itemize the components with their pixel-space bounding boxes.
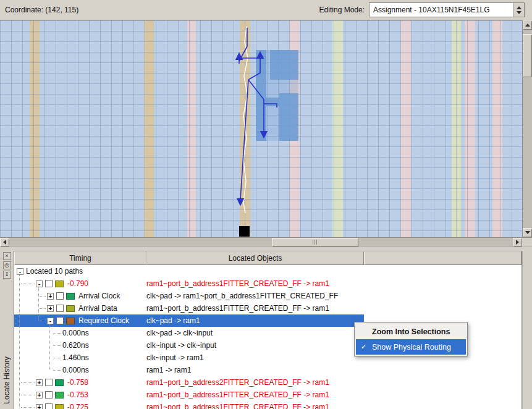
menu-item-label: Zoom Into Selections [372, 327, 450, 336]
table-row[interactable]: 1.460ns clk~input -> ram1 [14, 352, 364, 364]
expand-icon[interactable]: + [36, 392, 43, 398]
table-row[interactable]: 0.000ns ram1 -> ram1 [14, 364, 364, 376]
located-object: clk~input -> ram1 [146, 353, 204, 362]
color-swatch [66, 293, 75, 300]
tree-stub [40, 296, 46, 297]
color-swatch [66, 318, 75, 324]
horizontal-scroll-track[interactable] [9, 238, 513, 247]
menu-item-show-physical-routing[interactable]: ✓ Show Physical Routing [356, 339, 466, 355]
menu-item-label: Show Physical Routing [372, 343, 451, 352]
color-swatch [55, 379, 64, 386]
scroll-right-button[interactable] [513, 238, 522, 247]
tree-root-label: Located 10 paths [26, 267, 83, 276]
scroll-down-icon [525, 231, 530, 234]
timing-value: 0.620ns [62, 341, 89, 350]
check-icon: ✓ [361, 343, 366, 351]
selected-region-highlight [256, 50, 298, 141]
editing-mode-value: Assignment - 10AX115N1F45E1LG [369, 6, 513, 14]
collapse-icon[interactable]: - [36, 280, 43, 287]
tree-stub [21, 284, 35, 284]
tree-root-row[interactable]: - Located 10 paths [14, 265, 364, 277]
timing-value: -0.790 [67, 279, 88, 288]
float-window-icon[interactable]: ◎ [3, 261, 11, 269]
column-header-timing[interactable]: Timing [14, 251, 146, 265]
path-checkbox[interactable] [56, 317, 64, 324]
table-row[interactable]: + -0.758 ram1~port_b_address2FITTER_CREA… [14, 376, 364, 389]
table-row[interactable]: 0.620ns clk~input -> clk~input [14, 339, 364, 352]
timing-value: 0.000ns [62, 329, 89, 337]
vertical-scroll-track[interactable] [523, 30, 532, 228]
scroll-down-button[interactable] [523, 228, 532, 237]
path-checkbox[interactable] [45, 403, 53, 409]
table-row[interactable]: + -0.753 ram1~port_b_address1FITTER_CREA… [14, 389, 364, 401]
scroll-up-icon [525, 23, 530, 27]
path-checkbox[interactable] [56, 292, 64, 300]
expand-icon[interactable]: + [47, 293, 54, 300]
tree-stub [40, 308, 46, 309]
located-object: ram1~port_b_address1FITTER_CREATED_FF ->… [146, 279, 329, 288]
menu-item-zoom-into-selections[interactable]: Zoom Into Selections [356, 324, 466, 339]
close-icon[interactable]: × [3, 252, 11, 260]
panel-title-vertical: Locate History [2, 356, 11, 404]
column-header-filler [364, 251, 521, 265]
path-checkbox[interactable] [45, 280, 53, 287]
table-row[interactable]: - -0.790 ram1~port_b_address1FITTER_CREA… [14, 277, 364, 290]
horizontal-scroll-thumb[interactable] [272, 238, 358, 247]
selected-io-block[interactable] [239, 226, 250, 237]
expand-icon[interactable]: + [36, 379, 43, 386]
pin-icon[interactable]: ↧ [3, 271, 11, 279]
table-header-row: Timing Located Objects [14, 251, 521, 265]
timing-value: -0.725 [67, 403, 88, 409]
located-object: ram1~port_b_address1FITTER_CREATED_FF ->… [146, 304, 329, 313]
horizontal-scrollbar[interactable] [0, 237, 532, 247]
combobox-spinner[interactable] [513, 3, 524, 17]
table-row[interactable]: + Arrival Data ram1~port_b_address1FITTE… [14, 302, 364, 314]
panel-side-toolbar: × ◎ ↧ Locate History [0, 251, 14, 409]
spin-up-icon[interactable] [517, 6, 521, 9]
table-row[interactable]: + Arrival Clock clk~pad -> ram1~port_b_a… [14, 290, 364, 302]
expand-icon[interactable]: + [47, 305, 54, 312]
editing-mode-combobox[interactable]: Assignment - 10AX115N1F45E1LG [369, 2, 525, 17]
tree-stub [21, 382, 35, 383]
timing-value: 0.000ns [62, 366, 89, 374]
expand-icon[interactable]: + [36, 404, 43, 409]
path-checkbox[interactable] [45, 391, 53, 398]
scroll-left-button[interactable] [0, 238, 9, 247]
routing-overlay [0, 20, 522, 237]
tree-guide-line [19, 275, 20, 407]
tree-stub [21, 395, 35, 395]
scroll-left-icon [3, 240, 6, 245]
tree-stub [53, 370, 61, 371]
located-object: ram1 -> ram1 [146, 366, 191, 374]
chip-planner-canvas[interactable] [0, 20, 522, 237]
path-checkbox[interactable] [45, 379, 53, 386]
tree-stub [21, 407, 35, 408]
located-object: ram1~port_b_address2FITTER_CREATED_FF ->… [146, 378, 329, 387]
color-swatch [66, 305, 75, 312]
color-swatch [55, 280, 64, 287]
table-row[interactable]: + -0.725 ram1~port_b_address1FITTER_CREA… [14, 401, 364, 409]
table-row-selected[interactable]: - Required Clock clk~pad -> ram1 [14, 314, 364, 327]
located-object: ram1~port_b_address1FITTER_CREATED_FF ->… [146, 403, 329, 409]
column-header-located-objects[interactable]: Located Objects [146, 251, 364, 265]
tree-stub [53, 333, 61, 334]
spin-down-icon[interactable] [517, 11, 521, 14]
timing-value: -0.758 [67, 378, 88, 387]
scroll-right-icon [516, 240, 519, 245]
panel-scroll-gutter [522, 251, 532, 409]
collapse-icon[interactable]: - [47, 318, 54, 324]
located-object: ram1~port_b_address1FITTER_CREATED_FF ->… [146, 390, 329, 399]
table-row[interactable]: 0.000ns clk~pad -> clk~input [14, 327, 364, 339]
scroll-up-button[interactable] [523, 20, 532, 30]
editing-mode-label: Editing Mode: [319, 6, 365, 14]
tree-stub [53, 345, 61, 346]
vertical-scroll-thumb[interactable] [523, 34, 532, 77]
located-object: clk~pad -> ram1~port_b_address1FITTER_CR… [146, 292, 338, 300]
timing-value: 1.460ns [62, 353, 89, 362]
vertical-scrollbar[interactable] [522, 20, 532, 237]
path-checkbox[interactable] [56, 305, 64, 312]
timing-value: Arrival Clock [78, 292, 120, 300]
timing-value: -0.753 [67, 390, 88, 399]
tree-stub [53, 358, 61, 358]
collapse-icon[interactable]: - [17, 268, 23, 275]
